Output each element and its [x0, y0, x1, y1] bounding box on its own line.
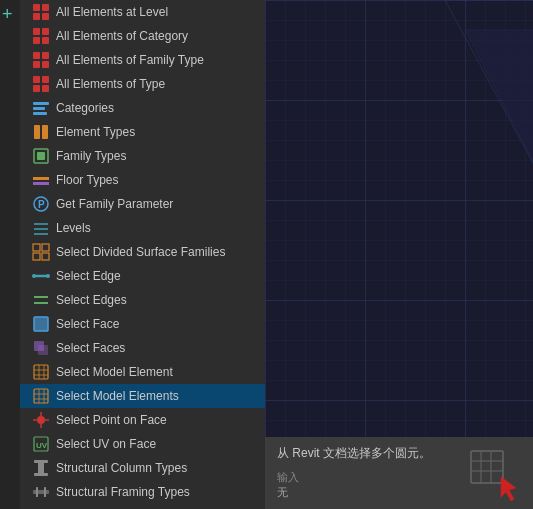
svg-rect-2	[33, 13, 40, 20]
select-faces-label: Select Faces	[56, 341, 125, 355]
menu-item-family-types[interactable]: Family Types	[20, 144, 265, 168]
all-elements-level-label: All Elements at Level	[56, 5, 168, 19]
svg-rect-14	[33, 85, 40, 92]
select-model-elements-label: Select Model Elements	[56, 389, 179, 403]
svg-rect-64	[36, 487, 38, 497]
tooltip-panel: 从 Revit 文档选择多个圆元。 输入 无	[265, 437, 533, 509]
menu-item-select-uv-on-face[interactable]: UVSelect UV on Face	[20, 432, 265, 456]
grid-background	[265, 0, 533, 509]
menu-item-categories[interactable]: Categories	[20, 96, 265, 120]
svg-rect-32	[33, 253, 40, 260]
menu-item-select-divided-surface[interactable]: Select Divided Surface Families	[20, 240, 265, 264]
select-edge-icon	[32, 267, 50, 285]
all-elements-type-label: All Elements of Type	[56, 77, 165, 91]
tooltip-input-label: 输入	[277, 471, 299, 483]
svg-rect-39	[34, 317, 48, 331]
select-uv-on-face-icon: UV	[32, 435, 50, 453]
svg-rect-18	[33, 112, 47, 115]
svg-rect-43	[34, 365, 48, 379]
svg-rect-4	[33, 28, 40, 35]
svg-rect-23	[33, 177, 49, 180]
structural-column-types-label: Structural Column Types	[56, 461, 187, 475]
all-elements-category-icon	[32, 27, 50, 45]
top-bar: +	[0, 0, 20, 509]
menu-item-get-family-parameter[interactable]: PGet Family Parameter	[20, 192, 265, 216]
menu-item-select-face[interactable]: Select Face	[20, 312, 265, 336]
select-edges-icon	[32, 291, 50, 309]
select-face-icon	[32, 315, 50, 333]
svg-text:P: P	[38, 199, 45, 210]
svg-point-35	[32, 274, 36, 278]
menu-item-structural-column-types[interactable]: Structural Column Types	[20, 456, 265, 480]
family-types-icon	[32, 147, 50, 165]
menu-item-all-elements-level[interactable]: All Elements at Level	[20, 0, 265, 24]
select-edge-label: Select Edge	[56, 269, 121, 283]
svg-rect-17	[33, 107, 45, 110]
svg-text:UV: UV	[36, 441, 48, 450]
menu-item-levels[interactable]: Levels	[20, 216, 265, 240]
element-types-icon	[32, 123, 50, 141]
select-face-label: Select Face	[56, 317, 119, 331]
svg-point-53	[37, 416, 45, 424]
svg-rect-13	[42, 76, 49, 83]
svg-rect-1	[42, 4, 49, 11]
menu-item-select-point-on-face[interactable]: Select Point on Face	[20, 408, 265, 432]
menu-item-select-faces[interactable]: Select Faces	[20, 336, 265, 360]
select-point-on-face-icon	[32, 411, 50, 429]
svg-rect-19	[34, 125, 40, 139]
svg-rect-48	[34, 389, 48, 403]
svg-rect-65	[44, 487, 46, 497]
get-family-parameter-icon: P	[32, 195, 50, 213]
svg-rect-11	[42, 61, 49, 68]
all-elements-level-icon	[32, 3, 50, 21]
menu-item-select-model-elements[interactable]: Select Model Elements	[20, 384, 265, 408]
floor-types-icon	[32, 171, 50, 189]
menu-item-floor-types[interactable]: Floor Types	[20, 168, 265, 192]
right-panel: 从 Revit 文档选择多个圆元。 输入 无	[265, 0, 533, 509]
svg-rect-71	[471, 451, 503, 483]
get-family-parameter-label: Get Family Parameter	[56, 197, 173, 211]
structural-framing-types-label: Structural Framing Types	[56, 485, 190, 499]
menu-item-select-edges[interactable]: Select Edges	[20, 288, 265, 312]
svg-rect-33	[42, 253, 49, 260]
menu-item-all-elements-family-type[interactable]: All Elements of Family Type	[20, 48, 265, 72]
svg-rect-24	[33, 182, 49, 185]
menu-item-select-edge[interactable]: Select Edge	[20, 264, 265, 288]
svg-rect-30	[33, 244, 40, 251]
floor-types-label: Floor Types	[56, 173, 118, 187]
svg-rect-10	[33, 61, 40, 68]
select-model-elements-icon	[32, 387, 50, 405]
select-model-element-icon	[32, 363, 50, 381]
svg-rect-16	[33, 102, 49, 105]
menu-item-all-elements-type[interactable]: All Elements of Type	[20, 72, 265, 96]
svg-rect-62	[34, 473, 48, 476]
family-types-label: Family Types	[56, 149, 126, 163]
tooltip-main-text: 从 Revit 文档选择多个圆元。	[277, 445, 459, 462]
menu-item-all-elements-category[interactable]: All Elements of Category	[20, 24, 265, 48]
select-edges-label: Select Edges	[56, 293, 127, 307]
menu-item-element-types[interactable]: Element Types	[20, 120, 265, 144]
svg-point-36	[46, 274, 50, 278]
svg-rect-0	[33, 4, 40, 11]
tooltip-text-area: 从 Revit 文档选择多个圆元。 输入 无	[277, 445, 459, 500]
add-button[interactable]: +	[2, 6, 18, 22]
structural-column-types-icon	[32, 459, 50, 477]
svg-rect-3	[42, 13, 49, 20]
svg-rect-63	[33, 490, 49, 494]
all-elements-type-icon	[32, 75, 50, 93]
all-elements-family-type-label: All Elements of Family Type	[56, 53, 204, 67]
svg-rect-61	[34, 460, 48, 463]
select-faces-icon	[32, 339, 50, 357]
svg-rect-42	[38, 345, 48, 355]
menu-item-select-model-element[interactable]: Select Model Element	[20, 360, 265, 384]
element-types-label: Element Types	[56, 125, 135, 139]
levels-label: Levels	[56, 221, 91, 235]
left-panel: All Elements at LevelAll Elements of Cat…	[20, 0, 265, 509]
categories-label: Categories	[56, 101, 114, 115]
all-elements-category-label: All Elements of Category	[56, 29, 188, 43]
svg-rect-22	[37, 152, 45, 160]
select-model-elements-icon	[469, 449, 521, 501]
menu-item-structural-framing-types[interactable]: Structural Framing Types	[20, 480, 265, 504]
svg-rect-9	[42, 52, 49, 59]
svg-rect-8	[33, 52, 40, 59]
